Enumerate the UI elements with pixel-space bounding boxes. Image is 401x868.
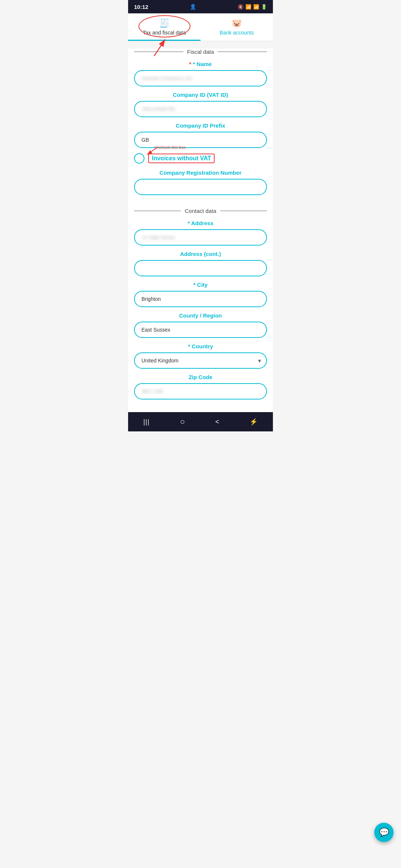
company-id-prefix-label: Company ID Prefix bbox=[134, 122, 267, 129]
bottom-nav: ||| ○ < ⚡ bbox=[128, 412, 273, 431]
name-label: * * Name bbox=[134, 61, 267, 67]
status-time: 10:12 bbox=[134, 4, 148, 10]
contact-divider-right bbox=[220, 211, 267, 211]
main-content: Fiscal data * * Name Company ID (VAT ID)… bbox=[128, 49, 273, 412]
person-icon: 👤 bbox=[190, 4, 196, 10]
bank-icon: 🐷 bbox=[232, 19, 242, 28]
status-bar: 10:12 👤 🔇 📶 📶 🔋 bbox=[128, 0, 273, 13]
city-text: * City bbox=[193, 282, 208, 288]
status-icons: 🔇 📶 📶 🔋 bbox=[238, 4, 267, 10]
fiscal-section-label: Fiscal data bbox=[187, 49, 214, 55]
signal-icon: 📶 bbox=[253, 4, 259, 10]
name-input[interactable] bbox=[134, 70, 267, 86]
address-cont-input[interactable] bbox=[134, 260, 267, 276]
country-text: * Country bbox=[188, 343, 213, 349]
address-label: * Address bbox=[134, 220, 267, 226]
country-label: * Country bbox=[134, 343, 267, 349]
county-text: County / Region bbox=[179, 312, 222, 319]
wifi-icon: 📶 bbox=[245, 4, 251, 10]
contact-section-label: Contact data bbox=[185, 208, 216, 214]
tab-tax-label: Tax and fiscal data bbox=[143, 30, 186, 36]
nav-home-icon[interactable]: ○ bbox=[180, 417, 185, 427]
address-input[interactable] bbox=[134, 229, 267, 246]
zip-label: Zip Code bbox=[134, 374, 267, 380]
company-id-input[interactable] bbox=[134, 101, 267, 117]
contact-divider-left bbox=[134, 211, 181, 211]
country-select-wrapper: United Kingdom France Germany Spain Ital… bbox=[134, 352, 267, 369]
tab-active-indicator bbox=[128, 40, 200, 41]
svg-line-3 bbox=[147, 147, 157, 155]
nav-recents-icon[interactable]: ⚡ bbox=[250, 418, 258, 426]
name-required-star: * bbox=[189, 61, 193, 67]
city-label: * City bbox=[134, 282, 267, 288]
company-id-label: Company ID (VAT ID) bbox=[134, 92, 267, 98]
county-input[interactable] bbox=[134, 322, 267, 338]
battery-icon: 🔋 bbox=[261, 4, 267, 10]
address-cont-text: Address (cont.) bbox=[180, 251, 221, 257]
mute-icon: 🔇 bbox=[238, 4, 244, 10]
fiscal-data-divider: Fiscal data bbox=[134, 49, 267, 55]
invoices-vat-container: Uncheck this box Invoices without VAT bbox=[134, 153, 267, 164]
checkbox-annotation-arrow bbox=[143, 147, 162, 157]
city-input[interactable] bbox=[134, 291, 267, 307]
company-id-prefix-text: Company ID Prefix bbox=[176, 122, 225, 129]
company-id-text: Company ID (VAT ID) bbox=[173, 92, 228, 98]
tax-icon: 🧾 bbox=[159, 19, 169, 28]
zip-text: Zip Code bbox=[189, 374, 212, 380]
address-text: * Address bbox=[188, 220, 213, 226]
county-label: County / Region bbox=[134, 312, 267, 319]
divider-line-right bbox=[218, 52, 267, 52]
company-reg-input[interactable] bbox=[134, 179, 267, 195]
country-select[interactable]: United Kingdom France Germany Spain Ital… bbox=[134, 352, 267, 369]
nav-back-icon[interactable]: < bbox=[215, 418, 219, 426]
invoices-vat-checkbox[interactable] bbox=[134, 153, 144, 164]
divider-line-left bbox=[134, 52, 183, 52]
tab-header: 🧾 Tax and fiscal data 🐷 Bank accounts bbox=[128, 13, 273, 41]
tab-tax-fiscal[interactable]: 🧾 Tax and fiscal data bbox=[128, 13, 200, 41]
address-cont-label: Address (cont.) bbox=[134, 251, 267, 257]
company-id-prefix-input[interactable] bbox=[134, 132, 267, 148]
nav-menu-icon[interactable]: ||| bbox=[143, 418, 150, 426]
zip-input[interactable] bbox=[134, 383, 267, 400]
company-reg-text: Company Registration Number bbox=[160, 170, 242, 176]
tab-bank-label: Bank accounts bbox=[220, 30, 254, 36]
company-reg-label: Company Registration Number bbox=[134, 170, 267, 176]
tab-bank-accounts[interactable]: 🐷 Bank accounts bbox=[200, 13, 273, 41]
contact-data-divider: Contact data bbox=[134, 208, 267, 214]
